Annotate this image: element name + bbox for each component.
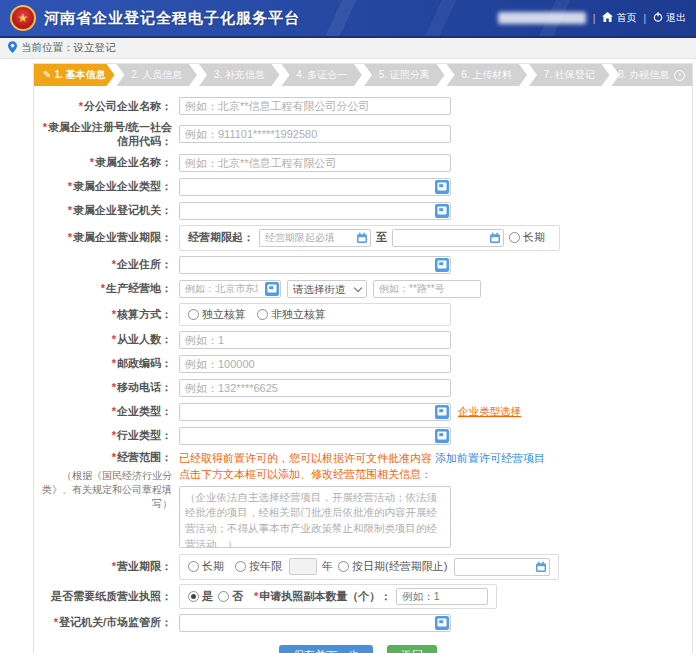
form-panel: ✎ 1. 基本信息 2. 人员信息 3. 补充信息 4. 多证合一 5. 证照分… [33,63,693,653]
picker-popup-icon[interactable] [435,616,449,630]
registration-authority-input[interactable] [179,614,451,632]
tab-tax-info[interactable]: 8. 办税信息 › [612,64,693,86]
site-title: 河南省企业登记全程电子化服务平台 [44,9,300,28]
field-label: *登记机关/市场监管所： [34,615,179,629]
calendar-icon[interactable] [489,232,501,244]
logout-link[interactable]: 退出 [653,11,686,25]
breadcrumb: 当前位置：设立登记 [0,38,696,59]
radio-label: 按年限 [249,559,282,574]
parent-credit-code-input[interactable] [179,125,451,143]
employee-count-input[interactable] [179,331,451,349]
enterprise-address-input[interactable] [179,256,451,274]
power-icon [653,12,663,24]
field-label: *隶属企业营业期限： [34,230,179,244]
radio-label: 长期 [523,230,545,245]
picker-popup-icon[interactable] [435,180,449,194]
street-select[interactable]: 请选择街道 [287,280,367,298]
home-icon [602,12,613,24]
term-by-date-radio[interactable] [338,561,349,572]
tab-label: 2. 人员信息 [131,68,182,82]
calendar-icon[interactable] [535,561,547,573]
parent-term-group: 经营期限起： 至 长期 [179,225,560,251]
field-label: 是否需要纸质营业执照： [34,589,179,603]
radio-label: 按日期(经营期限止) [352,559,447,574]
scope-hint1: 已经取得前置许可的，您可以根据许可文件批准内容 添加前置许可经营项目 [179,450,545,467]
scope-note: （根据《国民经济行业分类》、有关规定和公司章程填写） [34,469,172,511]
accounting-independent-radio[interactable] [188,309,199,320]
field-label: *营业期限： [34,559,179,573]
field-label: *分公司企业名称： [34,99,179,113]
header-separator: | [593,13,596,24]
add-prelicense-link[interactable]: 添加前置许可经营项目 [435,452,545,464]
term-start-label: 经营期限起： [188,230,254,245]
radio-label: 是 [202,589,213,604]
radio-label: 独立核算 [202,307,246,322]
term-start-date-input[interactable] [259,229,371,247]
term-longterm-radio[interactable] [188,561,199,572]
app-header: ★ 河南省企业登记全程电子化服务平台 | 首页 | 退出 [0,0,696,38]
tab-multi-cert[interactable]: 4. 多证合一 [282,64,363,86]
tab-label: 6. 上传材料 [461,68,512,82]
tab-supplementary-info[interactable]: 3. 补充信息 [199,64,280,86]
pencil-icon: ✎ [43,70,51,80]
field-label: *企业住所： [34,257,179,271]
business-term-group: 长期 按年限 年 按日期(经营期限止) [179,554,559,580]
license-copies-input[interactable] [396,588,488,605]
field-label: *邮政编码： [34,356,179,370]
parent-term-longterm-radio[interactable] [509,232,520,243]
calendar-icon[interactable] [356,232,368,244]
field-label: *隶属企业名称： [34,155,179,169]
enterprise-type-input[interactable] [179,403,451,421]
save-next-button[interactable]: 保存并下一步 [279,645,373,653]
tab-social-security[interactable]: 7. 社保登记 [529,64,610,86]
field-label: *隶属企业企业类型： [34,179,179,193]
industry-type-input[interactable] [179,427,451,445]
tab-basic-info[interactable]: ✎ 1. 基本信息 [34,64,115,86]
term-end-date-input[interactable] [392,229,504,247]
business-scope-textarea[interactable] [179,486,451,548]
field-label: *隶属企业注册号/统一社会信用代码： [34,120,179,149]
picker-popup-icon[interactable] [435,204,449,218]
home-label: 首页 [616,11,636,25]
picker-popup-icon[interactable] [435,405,449,419]
operation-detail-input[interactable] [373,280,481,298]
parent-enterprise-type-input[interactable] [179,178,451,196]
term-to-label: 至 [376,230,387,245]
tab-label: 1. 基本信息 [54,68,105,82]
parent-registration-authority-input[interactable] [179,202,451,220]
tab-personnel-info[interactable]: 2. 人员信息 [117,64,198,86]
picker-popup-icon[interactable] [435,258,449,272]
breadcrumb-label: 当前位置：设立登记 [21,41,116,55]
enterprise-type-select-link[interactable]: 企业类型选择 [458,405,521,419]
term-by-years-radio[interactable] [235,561,246,572]
tabs-more-icon[interactable]: › [674,70,685,81]
field-label: *移动电话： [34,380,179,394]
branch-name-input[interactable] [179,97,451,115]
tab-label: 7. 社保登记 [544,68,595,82]
field-label: *经营范围： （根据《国民经济行业分类》、有关规定和公司章程填写） [34,450,179,511]
logout-label: 退出 [666,11,686,25]
postcode-input[interactable] [179,355,451,373]
picker-popup-icon[interactable] [265,282,279,296]
paper-license-no-radio[interactable] [218,591,229,602]
accounting-non-independent-radio[interactable] [257,309,268,320]
picker-popup-icon[interactable] [435,429,449,443]
paper-license-group: 是 否 *申请执照副本数量（个）： [179,584,497,609]
tab-label: 8. 办税信息 [618,68,669,82]
paper-license-yes-radio[interactable] [188,591,199,602]
term-years-input[interactable] [289,558,317,575]
username-redacted [498,12,586,24]
home-link[interactable]: 首页 [602,11,636,25]
tab-label: 4. 多证合一 [296,68,347,82]
field-label: *从业人数： [34,332,179,346]
header-separator: | [643,13,646,24]
mobile-input[interactable] [179,379,451,397]
radio-label: 非独立核算 [271,307,326,322]
field-label: *行业类型： [34,428,179,442]
tab-label: 5. 证照分离 [379,68,430,82]
tab-upload-materials[interactable]: 6. 上传材料 [447,64,528,86]
tab-cert-separation[interactable]: 5. 证照分离 [364,64,445,86]
back-button[interactable]: 返回 [387,645,437,653]
copies-label: 申请执照副本数量（个）： [259,590,391,602]
parent-name-input[interactable] [179,154,451,172]
